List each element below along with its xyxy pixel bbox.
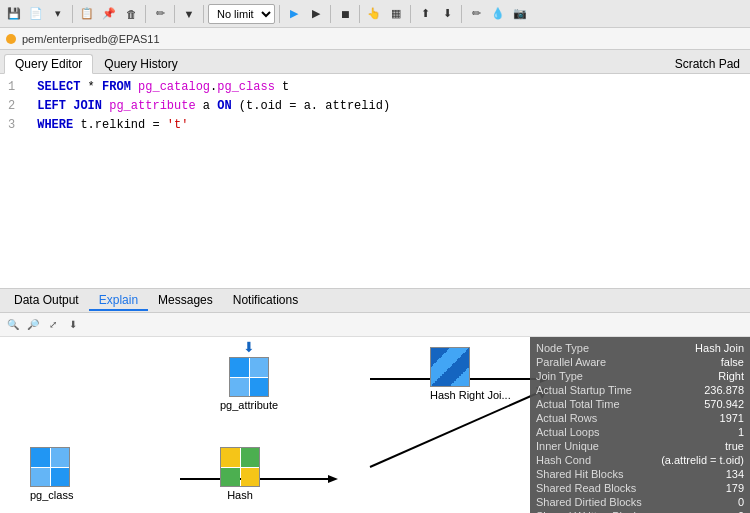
- node-hash-label: Hash: [220, 489, 260, 501]
- sql-editor[interactable]: 1 SELECT * FROM pg_catalog.pg_class t 2 …: [0, 74, 750, 289]
- info-row-totaltime: Actual Total Time 570.942: [536, 397, 744, 411]
- sql-line-3: 3 WHERE t.relkind = 't': [8, 116, 742, 135]
- download-icon[interactable]: ⬇: [437, 4, 457, 24]
- sep3: [174, 5, 175, 23]
- table-icon[interactable]: ▦: [386, 4, 406, 24]
- info-row-parallel: Parallel Aware false: [536, 355, 744, 369]
- copy-icon[interactable]: 📋: [77, 4, 97, 24]
- tab-explain[interactable]: Explain: [89, 291, 148, 311]
- node-hash-right-join-label: Hash Right Joi...: [430, 389, 511, 401]
- info-row-sharedwritten: Shared Written Blocks 0: [536, 509, 744, 513]
- pencil-icon[interactable]: ✏: [466, 4, 486, 24]
- editor-tab-bar: Query Editor Query History Scratch Pad: [0, 50, 750, 74]
- delete-icon[interactable]: 🗑: [121, 4, 141, 24]
- svg-marker-3: [328, 475, 338, 483]
- file-icon[interactable]: 📄: [26, 4, 46, 24]
- info-row-jointype: Join Type Right: [536, 369, 744, 383]
- info-row-hashcond: Hash Cond (a.attrelid = t.oid): [536, 453, 744, 467]
- tab-notifications[interactable]: Notifications: [223, 291, 308, 311]
- camera-icon[interactable]: 📷: [510, 4, 530, 24]
- connection-bar: pem/enterprisedb@EPAS11: [0, 28, 750, 50]
- main-toolbar: 💾 📄 ▾ 📋 📌 🗑 ✏ ▼ No limit ▶ ▶ ⏹ 👆 ▦ ⬆ ⬇ ✏…: [0, 0, 750, 28]
- stop-icon[interactable]: ⏹: [335, 4, 355, 24]
- run2-icon[interactable]: ▶: [306, 4, 326, 24]
- droplet-icon[interactable]: 💧: [488, 4, 508, 24]
- info-row-innerunique: Inner Unique true: [536, 439, 744, 453]
- tab-data-output[interactable]: Data Output: [4, 291, 89, 311]
- sep6: [330, 5, 331, 23]
- tab-messages[interactable]: Messages: [148, 291, 223, 311]
- download-explain-icon[interactable]: ⬇: [64, 316, 82, 334]
- zoom-out-icon[interactable]: 🔎: [24, 316, 42, 334]
- info-row-sharedhit: Shared Hit Blocks 134: [536, 467, 744, 481]
- node-pg-class-label: pg_class: [30, 489, 73, 501]
- connection-label: pem/enterprisedb@EPAS11: [22, 33, 160, 45]
- zoom-in-icon[interactable]: 🔍: [4, 316, 22, 334]
- sep9: [461, 5, 462, 23]
- node-hash-right-join[interactable]: Hash Right Joi...: [430, 347, 511, 401]
- sep1: [72, 5, 73, 23]
- node-pg-class[interactable]: pg_class: [30, 447, 73, 501]
- info-row-startup: Actual Startup Time 236.878: [536, 383, 744, 397]
- save-icon[interactable]: 💾: [4, 4, 24, 24]
- sql-line-1: 1 SELECT * FROM pg_catalog.pg_class t: [8, 78, 742, 97]
- info-row-sharedread: Shared Read Blocks 179: [536, 481, 744, 495]
- sep8: [410, 5, 411, 23]
- upload-icon[interactable]: ⬆: [415, 4, 435, 24]
- explain-diagram: ⬇ pg_attribute Hash Right Joi... pg_clas…: [0, 337, 750, 513]
- sql-line-2: 2 LEFT JOIN pg_attribute a ON (t.oid = a…: [8, 97, 742, 116]
- paste-icon[interactable]: 📌: [99, 4, 119, 24]
- node-pg-attribute-label: pg_attribute: [220, 399, 278, 411]
- limit-dropdown[interactable]: No limit: [208, 4, 275, 24]
- reset-zoom-icon[interactable]: ⤢: [44, 316, 62, 334]
- info-row-shareddirtied: Shared Dirtied Blocks 0: [536, 495, 744, 509]
- tab-query-editor[interactable]: Query Editor: [4, 54, 93, 74]
- bottom-tab-bar: Data Output Explain Messages Notificatio…: [0, 289, 750, 313]
- svg-line-4: [370, 392, 540, 467]
- connection-status-dot: [6, 34, 16, 44]
- explain-toolbar: 🔍 🔎 ⤢ ⬇: [0, 313, 750, 337]
- tab-query-history[interactable]: Query History: [93, 54, 188, 73]
- node-pg-attribute[interactable]: ⬇ pg_attribute: [220, 347, 278, 411]
- info-row-rows: Actual Rows 1971: [536, 411, 744, 425]
- sep2: [145, 5, 146, 23]
- info-row-loops: Actual Loops 1: [536, 425, 744, 439]
- info-panel: Node Type Hash Join Parallel Aware false…: [530, 337, 750, 513]
- tab-scratch-pad[interactable]: Scratch Pad: [665, 55, 750, 73]
- sep7: [359, 5, 360, 23]
- run-icon[interactable]: ▶: [284, 4, 304, 24]
- cursor-icon[interactable]: 👆: [364, 4, 384, 24]
- sep5: [279, 5, 280, 23]
- node-hash[interactable]: Hash: [220, 447, 260, 501]
- info-row-nodetype: Node Type Hash Join: [536, 341, 744, 355]
- filter-icon[interactable]: ▼: [179, 4, 199, 24]
- edit-icon[interactable]: ✏: [150, 4, 170, 24]
- sep4: [203, 5, 204, 23]
- dropdown-arrow[interactable]: ▾: [48, 4, 68, 24]
